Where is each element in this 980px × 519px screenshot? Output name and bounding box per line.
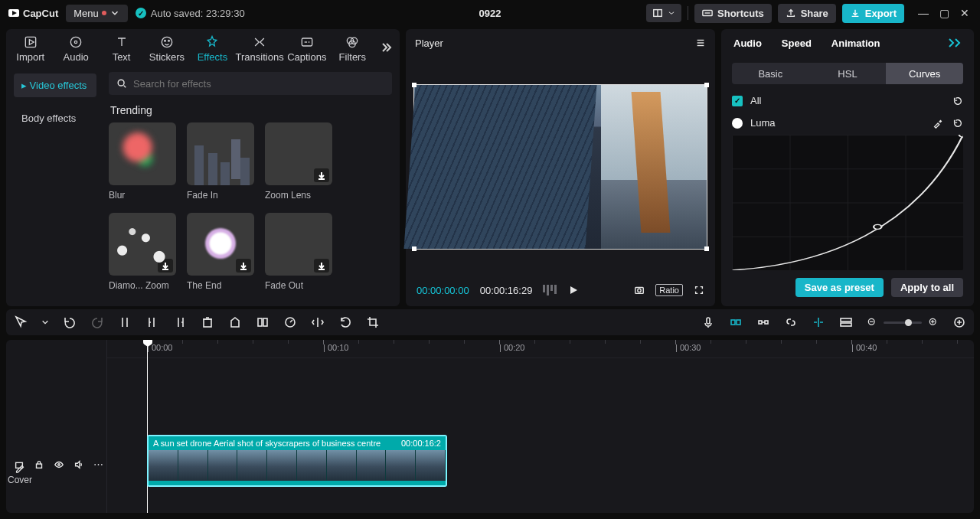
playhead[interactable] [147, 340, 148, 513]
split-button[interactable] [118, 315, 132, 329]
crop-button[interactable] [366, 315, 380, 329]
tab-audio[interactable]: Audio [56, 34, 95, 66]
export-button[interactable]: Export [842, 4, 904, 23]
track-display-button[interactable] [839, 315, 853, 329]
save-preset-button[interactable]: Save as preset [795, 278, 884, 297]
delete-button[interactable] [201, 315, 214, 329]
resize-handle[interactable] [704, 83, 709, 87]
marker-button[interactable] [228, 315, 242, 329]
effect-thumbnail[interactable] [187, 122, 254, 185]
subnav-body-effects[interactable]: Body effects [14, 106, 96, 130]
resize-handle[interactable] [704, 246, 709, 251]
trim-right-button[interactable] [173, 315, 187, 329]
record-vo-button[interactable] [701, 315, 715, 329]
curves-tab-curves[interactable]: Curves [886, 63, 963, 84]
rotate-button[interactable] [338, 315, 352, 329]
tab-stickers[interactable]: Stickers [147, 34, 186, 66]
download-icon[interactable] [314, 168, 329, 182]
close-button[interactable]: ✕ [960, 7, 969, 19]
svg-point-27 [874, 224, 881, 229]
download-icon[interactable] [158, 259, 173, 273]
zoom-thumb[interactable] [905, 319, 912, 326]
apply-all-button[interactable]: Apply to all [891, 278, 963, 297]
magnet-button[interactable] [756, 315, 770, 329]
resize-handle[interactable] [412, 246, 416, 251]
play-button[interactable] [567, 284, 580, 296]
curves-luma-row[interactable]: Luma [732, 117, 963, 129]
search-input[interactable] [133, 78, 384, 90]
preview-axis-button[interactable] [812, 315, 825, 329]
effects-search[interactable] [109, 72, 392, 95]
maximize-button[interactable]: ▢ [939, 7, 949, 19]
curves-tab-basic[interactable]: Basic [732, 63, 809, 84]
eyedropper-icon[interactable] [933, 118, 943, 129]
fullscreen-button[interactable] [694, 285, 704, 295]
tab-import[interactable]: Import [11, 34, 50, 66]
project-title[interactable]: 0922 [479, 8, 501, 19]
ratio-button[interactable]: Ratio [655, 284, 683, 296]
effect-the-end[interactable]: The End [187, 213, 254, 291]
cover-edit-icon[interactable] [15, 462, 25, 473]
zoom-in-icon[interactable] [928, 317, 939, 328]
fit-timeline-button[interactable] [952, 315, 966, 329]
selection-tool[interactable] [14, 315, 28, 329]
curves-tab-hsl[interactable]: HSL [809, 63, 887, 84]
zoom-out-icon[interactable] [867, 317, 877, 328]
curves-editor[interactable] [732, 135, 963, 270]
effect-zoom-lens[interactable]: Zoom Lens [265, 122, 332, 201]
tab-transitions[interactable]: Transitions [238, 34, 281, 66]
preview-canvas[interactable] [413, 84, 707, 250]
curve-path[interactable] [732, 135, 963, 270]
player-menu-icon[interactable] [695, 38, 706, 48]
effect-fade-out[interactable]: Fade Out [265, 213, 332, 291]
tab-filters[interactable]: Filters [333, 34, 372, 66]
zoom-slider[interactable] [867, 317, 939, 328]
download-icon[interactable] [314, 259, 329, 273]
track-lock-icon[interactable] [34, 459, 44, 470]
track-more-icon[interactable]: ⋯ [93, 459, 103, 470]
shortcuts-button[interactable]: Shortcuts [694, 4, 772, 23]
reset-icon[interactable] [952, 118, 963, 129]
tab-effects[interactable]: Effects [193, 34, 232, 66]
tab-captions[interactable]: Captions [287, 34, 326, 66]
effect-thumbnail[interactable] [265, 122, 332, 185]
frame-button[interactable] [256, 315, 270, 329]
effect-blur[interactable]: Blur [109, 122, 176, 201]
effect-thumbnail[interactable] [109, 122, 176, 185]
effect-thumbnail[interactable] [109, 213, 176, 276]
reset-icon[interactable] [952, 96, 963, 106]
inspector-tab-speed[interactable]: Speed [782, 38, 812, 49]
effect-diamo-zoom[interactable]: Diamo... Zoom [109, 213, 176, 291]
download-icon[interactable] [236, 259, 251, 273]
mirror-button[interactable] [311, 315, 325, 329]
track-visible-icon[interactable] [54, 459, 64, 470]
effect-fade-in[interactable]: Fade In [187, 122, 254, 201]
redo-button[interactable] [90, 315, 104, 329]
minimize-button[interactable]: — [918, 7, 929, 19]
snap-button[interactable] [729, 315, 743, 329]
link-button[interactable] [784, 315, 798, 329]
subnav-video-effects[interactable]: ▸ Video effects [14, 73, 96, 97]
expand-panel-icon[interactable] [948, 38, 962, 48]
more-tabs-icon[interactable] [378, 41, 392, 54]
layout-button[interactable] [646, 4, 681, 22]
video-clip[interactable]: A sun set drone Aerial shot of skyscrape… [147, 435, 447, 487]
share-button[interactable]: Share [778, 4, 836, 23]
inspector-tab-audio[interactable]: Audio [733, 38, 762, 49]
trim-left-button[interactable] [145, 315, 159, 329]
resize-handle[interactable] [412, 83, 416, 87]
zoom-track[interactable] [884, 322, 922, 324]
snapshot-button[interactable] [634, 285, 645, 295]
track-mute-icon[interactable] [74, 459, 84, 470]
inspector-tab-animation[interactable]: Animation [831, 38, 880, 49]
selection-mode-dropdown[interactable] [41, 318, 49, 326]
curves-all-row[interactable]: ✓All [732, 95, 963, 106]
menu-button[interactable]: Menu [66, 5, 128, 22]
speed-button[interactable] [283, 315, 297, 329]
effect-thumbnail[interactable] [187, 213, 254, 276]
effect-thumbnail[interactable] [265, 213, 332, 276]
tab-text[interactable]: Text [102, 34, 141, 66]
checkbox-checked-icon[interactable]: ✓ [732, 96, 743, 106]
cover-label[interactable]: Cover [8, 475, 32, 485]
undo-button[interactable] [63, 315, 77, 329]
